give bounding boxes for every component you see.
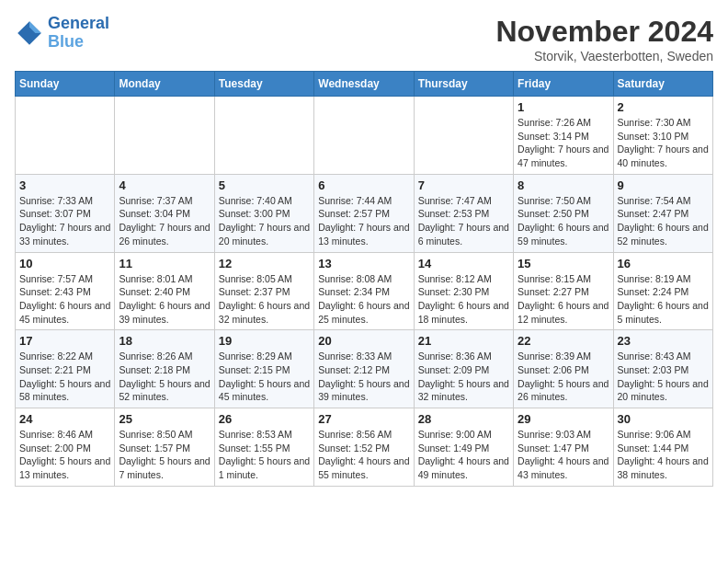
calendar-cell: 9Sunrise: 7:54 AMSunset: 2:47 PMDaylight… [613,174,712,252]
day-number: 8 [518,178,609,192]
day-info: Sunrise: 9:06 AMSunset: 1:44 PMDaylight:… [618,428,709,482]
calendar-cell: 14Sunrise: 8:12 AMSunset: 2:30 PMDayligh… [414,252,513,330]
logo: General Blue [15,15,109,52]
day-number: 30 [618,412,709,426]
day-info: Sunrise: 7:44 AMSunset: 2:57 PMDaylight:… [318,194,409,248]
calendar-cell: 12Sunrise: 8:05 AMSunset: 2:37 PMDayligh… [214,252,313,330]
day-info: Sunrise: 8:12 AMSunset: 2:30 PMDaylight:… [418,272,509,327]
calendar-cell: 19Sunrise: 8:29 AMSunset: 2:15 PMDayligh… [214,330,313,408]
day-info: Sunrise: 8:22 AMSunset: 2:21 PMDaylight:… [19,350,110,404]
logo-icon [15,18,44,48]
calendar-week-row: 24Sunrise: 8:46 AMSunset: 2:00 PMDayligh… [16,408,713,487]
day-info: Sunrise: 7:54 AMSunset: 2:47 PMDaylight:… [618,194,709,248]
day-number: 21 [418,334,509,348]
calendar-cell: 18Sunrise: 8:26 AMSunset: 2:18 PMDayligh… [115,330,214,408]
day-info: Sunrise: 7:33 AMSunset: 3:07 PMDaylight:… [19,194,110,248]
month-title: November 2024 [495,15,713,49]
calendar-week-row: 3Sunrise: 7:33 AMSunset: 3:07 PMDaylight… [16,174,713,252]
calendar-cell: 26Sunrise: 8:53 AMSunset: 1:55 PMDayligh… [214,408,313,487]
calendar-cell: 24Sunrise: 8:46 AMSunset: 2:00 PMDayligh… [16,408,115,487]
weekday-header: Thursday [414,72,513,97]
day-number: 22 [518,334,609,348]
day-number: 5 [219,178,310,192]
day-number: 19 [219,334,310,348]
day-info: Sunrise: 8:50 AMSunset: 1:57 PMDaylight:… [119,428,210,482]
calendar-cell: 23Sunrise: 8:43 AMSunset: 2:03 PMDayligh… [613,330,712,408]
calendar-table: SundayMondayTuesdayWednesdayThursdayFrid… [15,71,713,487]
calendar-cell: 3Sunrise: 7:33 AMSunset: 3:07 PMDaylight… [16,174,115,252]
day-number: 7 [418,178,509,192]
weekday-header: Friday [514,72,613,97]
day-info: Sunrise: 8:33 AMSunset: 2:12 PMDaylight:… [318,350,409,404]
calendar-cell: 8Sunrise: 7:50 AMSunset: 2:50 PMDaylight… [514,174,613,252]
calendar-cell: 27Sunrise: 8:56 AMSunset: 1:52 PMDayligh… [314,408,414,487]
day-number: 23 [618,334,709,348]
day-number: 14 [418,257,509,270]
day-info: Sunrise: 7:30 AMSunset: 3:10 PMDaylight:… [618,116,709,170]
day-info: Sunrise: 8:26 AMSunset: 2:18 PMDaylight:… [119,350,210,404]
day-number: 4 [119,178,210,192]
day-number: 29 [518,412,609,426]
calendar-cell: 30Sunrise: 9:06 AMSunset: 1:44 PMDayligh… [613,408,712,487]
day-number: 26 [219,412,310,426]
calendar-cell: 28Sunrise: 9:00 AMSunset: 1:49 PMDayligh… [414,408,513,487]
calendar-header-row: SundayMondayTuesdayWednesdayThursdayFrid… [16,72,713,97]
day-info: Sunrise: 7:40 AMSunset: 3:00 PMDaylight:… [219,194,310,248]
day-number: 15 [518,257,609,270]
day-info: Sunrise: 8:56 AMSunset: 1:52 PMDaylight:… [318,428,409,482]
day-info: Sunrise: 9:03 AMSunset: 1:47 PMDaylight:… [518,428,609,482]
day-number: 3 [19,178,110,192]
day-number: 6 [318,178,409,192]
day-number: 11 [119,257,210,270]
calendar-cell: 10Sunrise: 7:57 AMSunset: 2:43 PMDayligh… [16,252,115,330]
day-info: Sunrise: 8:08 AMSunset: 2:34 PMDaylight:… [318,272,409,327]
calendar-cell: 6Sunrise: 7:44 AMSunset: 2:57 PMDaylight… [314,174,414,252]
calendar-cell: 15Sunrise: 8:15 AMSunset: 2:27 PMDayligh… [514,252,613,330]
weekday-header: Tuesday [214,72,313,97]
day-info: Sunrise: 7:57 AMSunset: 2:43 PMDaylight:… [19,272,110,327]
day-info: Sunrise: 8:39 AMSunset: 2:06 PMDaylight:… [518,350,609,404]
day-number: 13 [318,257,409,270]
day-number: 27 [318,412,409,426]
day-number: 24 [19,412,110,426]
day-number: 12 [219,257,310,270]
logo-text: General Blue [48,15,109,52]
calendar-cell: 13Sunrise: 8:08 AMSunset: 2:34 PMDayligh… [314,252,414,330]
calendar-cell: 7Sunrise: 7:47 AMSunset: 2:53 PMDaylight… [414,174,513,252]
weekday-header: Saturday [613,72,712,97]
calendar-cell: 21Sunrise: 8:36 AMSunset: 2:09 PMDayligh… [414,330,513,408]
weekday-header: Sunday [16,72,115,97]
title-block: November 2024 Storvik, Vaesterbotten, Sw… [495,15,713,63]
day-number: 16 [618,257,709,270]
calendar-cell: 1Sunrise: 7:26 AMSunset: 3:14 PMDaylight… [514,97,613,175]
day-info: Sunrise: 8:43 AMSunset: 2:03 PMDaylight:… [618,350,709,404]
day-number: 10 [19,257,110,270]
day-info: Sunrise: 7:37 AMSunset: 3:04 PMDaylight:… [119,194,210,248]
page-header: General Blue November 2024 Storvik, Vaes… [15,15,713,63]
day-number: 25 [119,412,210,426]
day-info: Sunrise: 8:46 AMSunset: 2:00 PMDaylight:… [19,428,110,482]
calendar-cell: 16Sunrise: 8:19 AMSunset: 2:24 PMDayligh… [613,252,712,330]
calendar-cell: 25Sunrise: 8:50 AMSunset: 1:57 PMDayligh… [115,408,214,487]
day-info: Sunrise: 7:50 AMSunset: 2:50 PMDaylight:… [518,194,609,248]
calendar-cell [16,97,115,175]
calendar-cell: 5Sunrise: 7:40 AMSunset: 3:00 PMDaylight… [214,174,313,252]
day-number: 17 [19,334,110,348]
calendar-cell [115,97,214,175]
calendar-cell: 17Sunrise: 8:22 AMSunset: 2:21 PMDayligh… [16,330,115,408]
calendar-week-row: 17Sunrise: 8:22 AMSunset: 2:21 PMDayligh… [16,330,713,408]
day-info: Sunrise: 8:01 AMSunset: 2:40 PMDaylight:… [119,272,210,327]
calendar-cell: 20Sunrise: 8:33 AMSunset: 2:12 PMDayligh… [314,330,414,408]
day-number: 28 [418,412,509,426]
location: Storvik, Vaesterbotten, Sweden [495,49,713,63]
calendar-cell: 2Sunrise: 7:30 AMSunset: 3:10 PMDaylight… [613,97,712,175]
calendar-cell: 4Sunrise: 7:37 AMSunset: 3:04 PMDaylight… [115,174,214,252]
day-info: Sunrise: 8:15 AMSunset: 2:27 PMDaylight:… [518,272,609,327]
day-number: 2 [618,100,709,114]
calendar-cell [214,97,313,175]
calendar-cell: 11Sunrise: 8:01 AMSunset: 2:40 PMDayligh… [115,252,214,330]
day-number: 18 [119,334,210,348]
day-number: 20 [318,334,409,348]
calendar-cell [314,97,414,175]
day-info: Sunrise: 9:00 AMSunset: 1:49 PMDaylight:… [418,428,509,482]
